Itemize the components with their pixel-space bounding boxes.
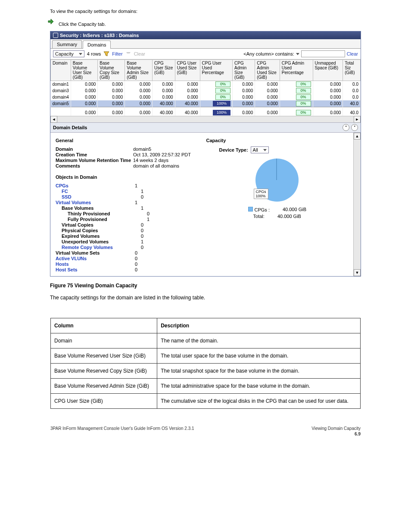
filter-link[interactable]: Filter (112, 51, 122, 56)
column-header[interactable]: CPG User Used Percentage (200, 60, 232, 81)
vertical-scrollbar[interactable]: ▲ ▼ (353, 133, 361, 276)
table-row[interactable]: domain50.0000.0000.00040.00040.000100%0.… (51, 100, 361, 107)
object-label: Virtual Volume Sets (56, 250, 125, 255)
device-type-select[interactable]: All (251, 146, 269, 153)
table-row: DomainThe name of the domain. (51, 333, 361, 348)
table-row: Base Volume Reserved Admin Size (GiB)The… (51, 379, 361, 394)
object-label[interactable]: FC (56, 189, 131, 194)
pre-text: To view the capacity settings for domain… (50, 9, 411, 14)
object-label[interactable]: CPGs (56, 183, 125, 188)
column-header[interactable]: CPG User Size (GiB) (153, 60, 175, 81)
clear-search-link[interactable]: Clear (347, 51, 358, 56)
column-header[interactable]: CPG Admin Used Size (GiB) (255, 60, 280, 81)
capacity-heading: Capacity (206, 138, 349, 143)
clear-filter-link: Clear (134, 51, 145, 56)
app-window: Security : InServs : s183 : Domains Summ… (50, 31, 361, 277)
search-label: <Any column> contains: (243, 51, 294, 56)
object-label: Physical Copies (56, 228, 131, 233)
column-header[interactable]: Base Volume User Size (GiB) (71, 60, 97, 81)
toolbar: Capacity 4 rows Filter Clear <Any column… (50, 49, 361, 59)
table-row[interactable]: 0.0000.0000.00040.00040.000100%0.0000.00… (51, 107, 361, 116)
table-row[interactable]: domain30.0000.0000.0000.0000.0000%0.0000… (51, 87, 361, 94)
filter-icon[interactable] (103, 51, 109, 57)
tab-summary[interactable]: Summary (52, 40, 82, 48)
table-row: CPG User Size (GiB)The cumulative size o… (51, 394, 361, 409)
column-header[interactable]: CPG Admin Used Percentage (280, 60, 313, 81)
description-table: ColumnDescription DomainThe name of the … (50, 318, 361, 409)
window-title: Security : InServs : s183 : Domains (60, 33, 139, 38)
object-label: Unexported Volumes (56, 239, 131, 244)
chevron-down-icon[interactable] (296, 53, 299, 55)
table-row: Base Volume Reserved User Size (GiB)The … (51, 348, 361, 364)
chevron-down-icon (79, 53, 82, 55)
scroll-down-icon[interactable]: ▼ (354, 269, 361, 276)
device-type-label: Device Type: (219, 147, 248, 152)
object-label: Expired Volumes (56, 233, 131, 239)
column-header[interactable]: Total Siz (GiB) (343, 60, 361, 81)
object-label[interactable]: SSD (56, 194, 131, 199)
object-label[interactable]: Hosts (56, 261, 125, 267)
objects-heading: Objects in Domain (56, 174, 198, 180)
column-header[interactable]: Base Volume Copy Size (GiB) (98, 60, 125, 81)
step-text: Click the Capacity tab. (59, 22, 411, 27)
details-pane: General Domaindomain5Creation TimeOct 13… (50, 133, 353, 276)
table-row[interactable]: domain10.0000.0000.0000.0000.0000%0.0000… (51, 81, 361, 88)
column-header[interactable]: Domain (51, 60, 71, 81)
object-label: Virtual Copies (56, 222, 131, 227)
step-arrow-icon (47, 18, 54, 25)
chevron-down-icon (263, 149, 267, 151)
collapse-up-icon[interactable]: ˄ (342, 124, 349, 131)
horizontal-scrollbar[interactable]: ◄ ► (50, 116, 361, 122)
table-row[interactable]: domain40.0000.0000.0000.0000.0000%0.0000… (51, 94, 361, 100)
column-header[interactable]: Base Volume Admin Size (GiB) (125, 60, 153, 81)
details-header: Domain Details ˄ ˅ (50, 122, 361, 133)
figure-caption: Figure 75 Viewing Domain Capacity (50, 283, 411, 289)
object-label[interactable]: Remote Copy Volumes (56, 245, 131, 250)
page-footer: 3PAR InForm Management Console User's Gu… (50, 426, 361, 431)
scroll-right-icon[interactable]: ► (354, 116, 361, 123)
general-heading: General (56, 138, 198, 143)
data-grid[interactable]: DomainBase Volume User Size (GiB)Base Vo… (50, 59, 361, 116)
object-label: Base Volumes (56, 205, 131, 211)
tab-strip: Summary Domains (50, 39, 361, 49)
row-count: 4 rows (87, 51, 101, 56)
object-label[interactable]: Virtual Volumes (56, 200, 125, 205)
view-selector[interactable]: Capacity (53, 50, 84, 57)
object-label: Thinly Provisioned (56, 211, 137, 216)
pie-legend: CPGs100% (254, 189, 268, 199)
scroll-left-icon[interactable]: ◄ (50, 116, 57, 123)
clear-filter-icon (125, 51, 131, 57)
page-number: 6.9 (355, 432, 361, 436)
object-label: Fully Provisioned (56, 217, 137, 222)
post-text: The capacity settings for the domain are… (50, 295, 411, 301)
scroll-up-icon[interactable]: ▲ (354, 133, 361, 140)
object-label[interactable]: Host Sets (56, 267, 125, 272)
window-title-bar: Security : InServs : s183 : Domains (50, 31, 361, 39)
column-header[interactable]: CPG User Used Size (GiB) (175, 60, 200, 81)
object-label[interactable]: Active VLUNs (56, 256, 125, 261)
table-row: Base Volume Reserved Copy Size (GiB)The … (51, 364, 361, 379)
lock-icon (53, 33, 58, 38)
tab-domains[interactable]: Domains (83, 40, 111, 49)
column-header[interactable]: CPG Admin Size (GiB) (233, 60, 255, 81)
column-header[interactable]: Unmapped Space (GiB) (313, 60, 343, 81)
collapse-down-icon[interactable]: ˅ (351, 124, 358, 131)
search-input[interactable] (301, 50, 345, 57)
